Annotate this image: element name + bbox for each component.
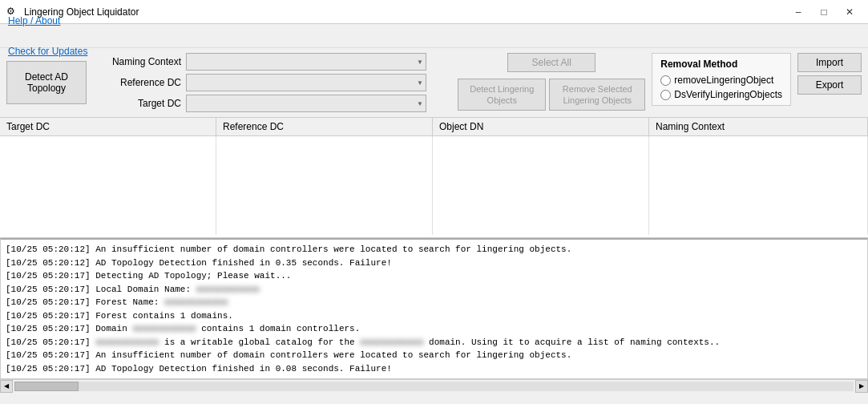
reference-dc-label: Reference DC	[93, 77, 181, 88]
removal-method-label-2: DsVerifyLingeringObjects	[674, 89, 782, 100]
table-body	[0, 136, 868, 235]
log-line: [10/25 05:20:17] Detecting AD Topology; …	[6, 269, 862, 283]
table-col-reference-dc	[216, 136, 433, 235]
action-group: Select All Detect Lingering Objects Remo…	[458, 53, 645, 111]
scrollbar-track[interactable]	[14, 382, 854, 391]
reference-dc-select[interactable]	[186, 74, 426, 91]
naming-context-label: Naming Context	[93, 56, 181, 67]
log-line: [10/25 05:20:12] AD Topology Detection f…	[6, 257, 862, 270]
menu-bar: Help / About Check for Updates	[0, 24, 868, 48]
target-dc-select-wrapper	[186, 95, 426, 112]
import-export-panel: Import Export	[797, 53, 862, 95]
table-col-target-dc	[0, 136, 216, 235]
scroll-right-arrow[interactable]: ▶	[855, 380, 868, 393]
log-line: [10/25 05:20:12] An insufficient number …	[6, 243, 862, 257]
redacted-text: xxxxxxxxxxxx	[196, 283, 260, 297]
target-dc-label: Target DC	[93, 98, 181, 109]
log-line: [10/25 05:20:17] AD Topology Detection f…	[6, 362, 862, 376]
removal-method-title: Removal Method	[660, 59, 782, 70]
log-line: [10/25 05:20:17] An insufficient number …	[6, 349, 862, 362]
redacted-text: xxxxxxxxxxxx	[360, 336, 423, 349]
naming-context-select[interactable]	[186, 53, 426, 71]
log-line: [10/25 05:20:17] xxxxxxxxxxxx is a writa…	[6, 336, 862, 349]
redacted-text: xxxxxxxxxxxx	[95, 336, 159, 349]
horizontal-scrollbar: ◀ ▶	[0, 379, 868, 392]
export-button[interactable]: Export	[797, 75, 862, 95]
table-col-naming-context	[649, 136, 868, 235]
table-header: Target DC Reference DC Object DN Naming …	[0, 118, 868, 136]
log-line: [10/25 05:20:17] Forest Name: xxxxxxxxxx…	[6, 296, 862, 309]
removal-method-radio-2[interactable]	[660, 90, 671, 100]
naming-context-select-wrapper	[186, 53, 426, 71]
log-line: [10/25 05:20:17] Local Domain Name: xxxx…	[6, 283, 862, 297]
redacted-text: xxxxxxxxxxxx	[164, 296, 228, 309]
removal-method-label-1: removeLingeringObject	[674, 75, 773, 86]
reference-dc-select-wrapper	[186, 74, 426, 91]
target-dc-select[interactable]	[186, 95, 426, 112]
removal-method-option2-row: DsVerifyLingeringObjects	[660, 89, 782, 100]
target-dc-row: Target DC	[93, 95, 451, 112]
scroll-left-arrow[interactable]: ◀	[0, 380, 13, 393]
naming-context-row: Naming Context	[93, 53, 451, 71]
detect-ad-topology-button[interactable]: Detect AD Topology	[6, 61, 87, 104]
col-header-naming-context: Naming Context	[649, 118, 868, 135]
import-button[interactable]: Import	[797, 53, 862, 72]
table-col-object-dn	[433, 136, 649, 235]
col-header-target-dc: Target DC	[0, 118, 216, 135]
select-all-button[interactable]: Select All	[507, 53, 595, 72]
detect-lingering-objects-button[interactable]: Detect Lingering Objects	[458, 79, 546, 111]
form-fields: Naming Context Reference DC Target DC	[93, 53, 451, 112]
reference-dc-row: Reference DC	[93, 74, 451, 91]
help-about-link[interactable]: Help / About	[6, 14, 862, 27]
removal-method-option1-row: removeLingeringObject	[660, 75, 782, 86]
log-line: [10/25 05:20:17] Domain xxxxxxxxxxxx con…	[6, 322, 862, 336]
col-header-reference-dc: Reference DC	[216, 118, 433, 135]
col-header-object-dn: Object DN	[433, 118, 649, 135]
scrollbar-thumb[interactable]	[14, 382, 79, 391]
detect-remove-group: Detect Lingering Objects Remove Selected…	[458, 79, 645, 111]
log-area[interactable]: [10/25 05:20:12] An insufficient number …	[0, 238, 868, 379]
remove-selected-lingering-objects-button[interactable]: Remove Selected Lingering Objects	[549, 79, 645, 111]
removal-method-panel: Removal Method removeLingeringObject DsV…	[652, 53, 791, 106]
toolbar: Detect AD Topology Naming Context Refere…	[0, 48, 868, 118]
main-table: Target DC Reference DC Object DN Naming …	[0, 118, 868, 238]
log-line: [10/25 05:20:17] Forest contains 1 domai…	[6, 309, 862, 323]
removal-method-radio-1[interactable]	[660, 75, 671, 86]
redacted-text: xxxxxxxxxxxx	[132, 322, 196, 336]
